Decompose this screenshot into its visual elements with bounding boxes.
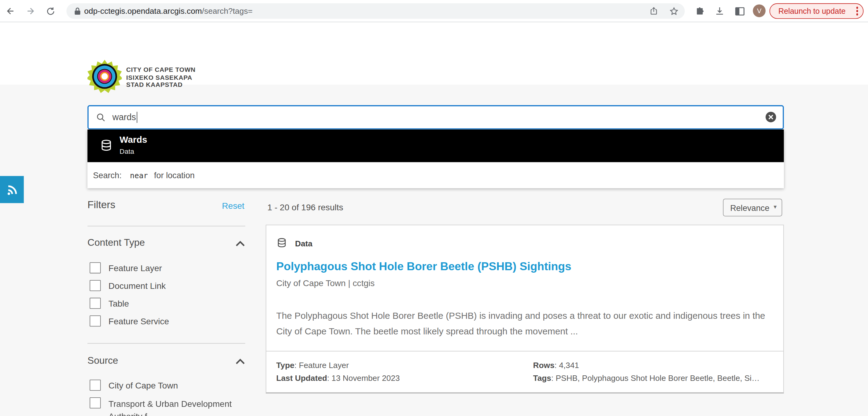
filter-section-source: Source xyxy=(88,355,118,366)
search-suggestions: Wards Data Search: near for location xyxy=(88,130,784,188)
browser-toolbar: odp-cctegis.opendata.arcgis.com/search?t… xyxy=(0,0,868,22)
reload-icon[interactable] xyxy=(44,4,57,18)
search-icon xyxy=(96,113,106,123)
sort-dropdown[interactable]: Relevance ▾ xyxy=(723,199,782,216)
result-owner: City of Cape Town | cctgis xyxy=(276,279,375,289)
cape-town-logo[interactable] xyxy=(88,59,122,94)
back-icon[interactable] xyxy=(4,4,17,18)
chevron-up-icon[interactable] xyxy=(235,358,245,365)
caret-down-icon: ▾ xyxy=(774,203,777,210)
checkbox[interactable] xyxy=(90,315,101,326)
relaunch-update-button[interactable]: Relaunch to update xyxy=(770,3,864,19)
checkbox[interactable] xyxy=(90,262,101,273)
rss-icon xyxy=(5,183,18,196)
download-icon[interactable] xyxy=(713,4,726,18)
filter-option-transport-urban[interactable]: Transport & Urban Development Authority … xyxy=(90,397,247,416)
results-count: 1 - 20 of 196 results xyxy=(268,203,343,213)
suggestion-item-wards[interactable]: Wards Data xyxy=(88,130,784,162)
checkbox[interactable] xyxy=(90,397,101,408)
suggestion-type: Data xyxy=(120,148,134,155)
checkbox[interactable] xyxy=(90,280,101,291)
meta-rows: Rows4,341 xyxy=(533,359,774,372)
url-bar[interactable]: odp-cctegis.opendata.arcgis.com/search?t… xyxy=(66,3,685,19)
app-root: odp-cctegis.opendata.arcgis.com/search?t… xyxy=(0,0,868,416)
result-type-badge: Data xyxy=(295,239,312,248)
search-input[interactable]: wards xyxy=(88,105,784,130)
share-icon[interactable] xyxy=(649,7,658,15)
logo-wordmark: CITY OF CAPE TOWN ISIXEKO SASEKAPA STAD … xyxy=(126,66,196,89)
forward-icon[interactable] xyxy=(24,4,37,18)
meta-type: TypeFeature Layer xyxy=(276,359,400,372)
filter-section-content-type: Content Type xyxy=(88,237,145,249)
search-value: wards xyxy=(113,113,136,123)
extensions-puzzle-icon[interactable] xyxy=(693,4,706,18)
hint-near-keyword: near xyxy=(130,171,148,180)
profile-avatar[interactable]: V xyxy=(753,4,766,17)
filter-divider xyxy=(88,343,245,344)
filter-divider xyxy=(88,226,245,226)
lock-icon xyxy=(74,7,81,15)
suggestion-title: Wards xyxy=(120,134,147,145)
meta-last-updated: Last Updated13 November 2023 xyxy=(276,372,400,385)
result-title-link[interactable]: Polyphagous Shot Hole Borer Beetle (PSHB… xyxy=(276,259,571,273)
result-card[interactable]: Data Polyphagous Shot Hole Borer Beetle … xyxy=(266,225,784,393)
filter-option-document-link[interactable]: Document Link xyxy=(90,280,247,292)
filters-heading: Filters xyxy=(88,199,115,211)
filter-option-table[interactable]: Table xyxy=(90,298,247,310)
bookmark-star-icon[interactable] xyxy=(669,7,678,15)
side-panel-icon[interactable] xyxy=(733,4,746,18)
meta-tags: TagsPSHB, Polyphagous Shot Hole Borer Be… xyxy=(533,372,774,385)
reset-filters-link[interactable]: Reset xyxy=(222,201,244,211)
clear-search-button[interactable] xyxy=(766,112,776,122)
rss-feed-button[interactable] xyxy=(0,176,24,203)
database-icon xyxy=(276,237,287,249)
chevron-up-icon[interactable] xyxy=(235,240,245,247)
checkbox[interactable] xyxy=(90,298,101,309)
browser-menu-icon[interactable] xyxy=(856,7,858,15)
filter-option-feature-service[interactable]: Feature Service xyxy=(90,315,247,328)
site-header: CITY OF CAPE TOWN ISIXEKO SASEKAPA STAD … xyxy=(0,23,868,85)
search-near-hint[interactable]: Search: near for location xyxy=(88,162,784,188)
url-text: odp-cctegis.opendata.arcgis.com/search?t… xyxy=(84,7,252,15)
database-icon xyxy=(100,139,113,152)
result-meta: TypeFeature Layer Last Updated13 Novembe… xyxy=(266,351,783,352)
text-cursor xyxy=(137,112,137,123)
checkbox[interactable] xyxy=(90,380,101,391)
hint-suffix: for location xyxy=(154,170,195,180)
filter-option-feature-layer[interactable]: Feature Layer xyxy=(90,262,247,275)
filter-option-city-of-cape-town[interactable]: City of Cape Town xyxy=(90,380,247,392)
hint-prefix: Search: xyxy=(93,170,122,180)
result-description: The Polyphagous Shot Hole Borer Beetle (… xyxy=(276,308,771,339)
